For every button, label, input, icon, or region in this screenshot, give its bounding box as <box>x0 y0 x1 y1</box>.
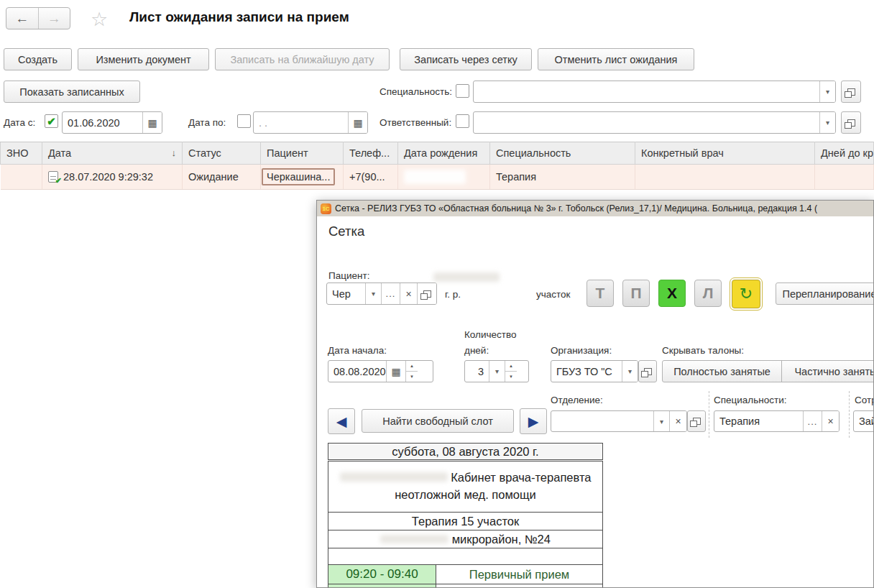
specialties-value[interactable]: Терапия <box>714 411 803 431</box>
col-header-days-left[interactable]: Дней до крайнего <box>815 142 874 165</box>
calendar-icon[interactable]: ▦ <box>348 112 367 133</box>
book-via-grid-button[interactable]: Записать через сетку <box>400 48 532 70</box>
chevron-down-icon[interactable]: ▾ <box>819 81 835 102</box>
cell-doctor[interactable] <box>635 165 815 190</box>
cell-zno[interactable] <box>1 165 42 190</box>
employees-value[interactable]: Зай <box>854 411 874 431</box>
start-date-stepper[interactable]: ▲▼ <box>405 361 418 382</box>
table-row[interactable]: ✔28.07.2020 9:29:32 Ожидание Черкашина..… <box>1 165 874 190</box>
table-header-row: ЗНО Дата↓ Статус Пациент Телеф... Дата р… <box>1 142 874 165</box>
favorite-star-icon[interactable]: ☆ <box>91 8 108 31</box>
back-icon[interactable]: ← <box>6 8 39 29</box>
find-free-slot-button[interactable]: Найти свободный слот <box>362 409 514 433</box>
col-header-date[interactable]: Дата↓ <box>42 142 183 165</box>
department-open-button[interactable] <box>687 410 706 432</box>
next-icon[interactable]: ▶ <box>520 408 547 434</box>
department-combo[interactable]: ▾ × <box>551 410 687 432</box>
slot-time[interactable] <box>328 584 436 588</box>
organization-value[interactable]: ГБУЗ ТО "С <box>551 361 622 382</box>
cell-patient[interactable]: Черкашина... <box>261 165 344 190</box>
dialog-title-bar[interactable]: 1С Сетка - РЕЛИЗ ГУБЗ ТО «Областная боль… <box>317 201 873 216</box>
col-header-zno[interactable]: ЗНО <box>1 142 42 165</box>
days-count-stepper[interactable]: ▲▼ <box>505 361 517 382</box>
specialty-filter-value[interactable] <box>474 81 819 102</box>
col-header-patient[interactable]: Пациент <box>261 142 344 165</box>
chevron-down-icon[interactable]: ▾ <box>653 411 669 431</box>
patient-open-button[interactable] <box>417 283 436 304</box>
date-from-field[interactable]: 01.06.2020 ▦ <box>62 111 162 134</box>
department-value[interactable] <box>551 411 653 431</box>
forward-icon[interactable]: → <box>39 8 70 29</box>
employees-label: Сотр <box>855 395 874 405</box>
specialties-field[interactable]: Терапия ... × <box>714 410 840 432</box>
clear-icon[interactable]: × <box>669 411 686 431</box>
choose-button[interactable]: ... <box>803 411 822 431</box>
responsible-open-button[interactable] <box>841 111 861 134</box>
organization-combo[interactable]: ГБУЗ ТО "С ▾ <box>551 360 638 382</box>
chevron-down-icon[interactable]: ▾ <box>365 283 381 304</box>
view-week-button[interactable]: П <box>622 280 650 307</box>
specialty-open-button[interactable] <box>841 81 861 103</box>
days-count-field[interactable]: 3 ▾ ▲▼ <box>464 360 529 382</box>
start-date-field[interactable]: 08.08.2020 ▦ ▲▼ <box>328 360 433 382</box>
open-list-icon <box>693 418 701 425</box>
schedule-slot-row[interactable]: 09:20 - 09:40 Первичный прием <box>328 565 603 584</box>
specialty-filter-checkbox[interactable] <box>456 84 469 98</box>
cell-specialty[interactable]: Терапия <box>490 165 635 190</box>
col-header-birthdate[interactable]: Дата рождения <box>398 142 490 165</box>
view-today-button[interactable]: Т <box>586 280 614 307</box>
patient-value[interactable]: Чер <box>327 283 365 304</box>
calendar-icon[interactable]: ▦ <box>142 112 162 133</box>
slot-type[interactable]: Первичный прием <box>436 565 603 584</box>
days-count-value[interactable]: 3 <box>465 361 489 382</box>
choose-button[interactable]: ... <box>381 283 400 304</box>
responsible-filter-value[interactable] <box>474 112 819 133</box>
cell-days-left[interactable] <box>815 165 874 190</box>
cell-phone[interactable]: +7(90... <box>344 165 398 190</box>
sector-label: участок <box>536 289 571 300</box>
chevron-down-icon[interactable]: ▾ <box>622 361 638 382</box>
patient-combo[interactable]: Чер ▾ ... × <box>326 282 437 305</box>
date-from-checkbox[interactable]: ✔ <box>45 114 58 128</box>
hide-fully-busy-button[interactable]: Полностью занятые <box>662 360 782 382</box>
refresh-button[interactable]: ↻ <box>732 280 760 308</box>
col-header-doctor[interactable]: Конкретный врач <box>635 142 815 165</box>
date-to-checkbox[interactable] <box>237 114 251 128</box>
view-l-button[interactable]: Л <box>694 280 722 307</box>
cancel-waiting-list-button[interactable]: Отменить лист ожидания <box>538 48 694 70</box>
slot-time[interactable]: 09:20 - 09:40 <box>328 565 436 584</box>
responsible-filter-checkbox[interactable] <box>456 114 469 128</box>
cell-status[interactable]: Ожидание <box>183 165 261 190</box>
date-to-field[interactable]: . . ▦ <box>253 111 368 134</box>
prev-icon[interactable]: ◀ <box>328 408 355 434</box>
calendar-icon[interactable]: ▦ <box>386 361 405 382</box>
chevron-down-icon[interactable]: ▾ <box>489 361 505 382</box>
chevron-down-icon[interactable]: ▾ <box>819 112 835 133</box>
hide-partially-busy-button[interactable]: Частично занятые <box>781 360 874 382</box>
employees-field[interactable]: Зай <box>853 410 874 432</box>
col-header-status[interactable]: Статус <box>183 142 261 165</box>
replan-button[interactable]: Перепланирование <box>776 282 874 305</box>
start-date-label: Дата начала: <box>328 345 387 356</box>
responsible-filter-combo[interactable]: ▾ <box>473 111 836 134</box>
create-button[interactable]: Создать <box>4 48 72 70</box>
app-window: ← → ☆ Лист ожидания записи на прием Созд… <box>0 0 874 588</box>
organization-open-button[interactable] <box>638 360 657 382</box>
show-booked-button[interactable]: Показать записанных <box>4 81 140 103</box>
book-nearest-date-button[interactable]: Записать на ближайшую дату <box>215 48 390 70</box>
schedule-slot-row-partial[interactable] <box>328 584 603 588</box>
specialty-filter-combo[interactable]: ▾ <box>473 81 836 103</box>
edit-document-button[interactable]: Изменить документ <box>78 48 209 70</box>
date-from-value[interactable]: 01.06.2020 <box>63 112 142 133</box>
col-header-phone[interactable]: Телеф... <box>344 142 398 165</box>
cell-date[interactable]: ✔28.07.2020 9:29:32 <box>42 165 183 190</box>
start-date-value[interactable]: 08.08.2020 <box>328 361 386 382</box>
slot-type[interactable] <box>436 584 603 588</box>
view-x-button[interactable]: Х <box>658 280 686 307</box>
clear-icon[interactable]: × <box>822 411 839 431</box>
col-header-specialty[interactable]: Специальность <box>490 142 635 165</box>
cell-birthdate[interactable] <box>398 165 490 190</box>
group-separator <box>709 391 709 438</box>
clear-icon[interactable]: × <box>400 283 417 304</box>
date-to-value[interactable]: . . <box>254 112 348 133</box>
